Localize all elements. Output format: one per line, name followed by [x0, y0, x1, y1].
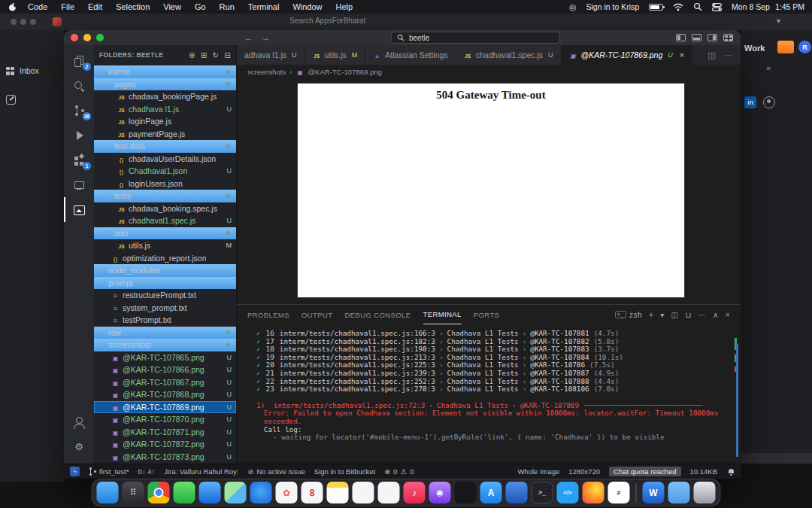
activity-bar-item[interactable] [64, 197, 94, 222]
menu-item[interactable]: File [54, 2, 81, 11]
dock-app-icon[interactable]: </> [557, 482, 579, 503]
nav-forward-icon[interactable]: → [262, 33, 270, 42]
dock-app-icon[interactable] [353, 482, 374, 503]
toggle-panel-icon[interactable] [692, 34, 701, 41]
notifications-bell-icon[interactable] [728, 468, 735, 476]
maximize-panel-icon[interactable]: ∧ [713, 311, 719, 319]
krisp-icon[interactable]: ◎ [569, 2, 576, 11]
person-icon[interactable] [763, 96, 775, 108]
editor-more-actions-icon[interactable]: ⋯ [724, 50, 732, 60]
tree-item[interactable]: ▾ ▸ tests [94, 190, 236, 202]
dock-app-icon[interactable] [378, 482, 400, 503]
spotlight-search-icon[interactable] [693, 2, 702, 11]
collapse-chevrons-icon[interactable]: » [766, 63, 771, 72]
panel-tab[interactable]: PORTS [474, 305, 500, 324]
menu-item[interactable]: Go [188, 2, 213, 11]
bg-close-icon[interactable] [11, 19, 17, 25]
menu-item[interactable]: Help [329, 2, 360, 11]
terminal-output[interactable]: ✓16interm/tests/chadhaval1.spec.js:166:3… [237, 324, 741, 464]
new-folder-icon[interactable]: ⊞ [201, 51, 208, 59]
tree-item[interactable]: ▾ ▸ paymentPage.js [94, 128, 236, 141]
tree-item[interactable]: ▾ ▸ chadhava l1.js U [94, 103, 236, 116]
editor-tab[interactable]: adhava l1.js U × [237, 45, 305, 65]
refresh-icon[interactable]: ↻ [212, 51, 219, 59]
split-editor-icon[interactable]: ◫ [708, 50, 716, 60]
dock-app-icon[interactable] [97, 482, 119, 503]
tree-item[interactable]: ▾ ▸ @KAR-TC-107871.png U [94, 426, 236, 439]
bitbucket-signin[interactable]: Sign in to Bitbucket [314, 467, 375, 476]
nav-back-icon[interactable]: ← [244, 33, 253, 42]
editor-tab[interactable]: utils.js M × [305, 45, 366, 65]
customize-layout-icon[interactable] [723, 34, 733, 41]
terminal-dropdown-icon[interactable]: ▾ [660, 311, 664, 319]
dock-app-icon[interactable] [148, 482, 170, 503]
problems-status[interactable]: ⊗ 0 ⚠ 0 [384, 467, 414, 476]
dock-app-icon[interactable] [199, 482, 221, 503]
dock-app-icon[interactable] [668, 482, 690, 503]
split-terminal-icon[interactable]: ◫ [671, 311, 679, 319]
tree-item[interactable]: ▾ ▸ testPrompt.txt [94, 314, 236, 327]
dock-app-icon[interactable] [694, 482, 716, 503]
collapse-all-icon[interactable]: ⊟ [224, 51, 231, 59]
editor-tab[interactable]: @KAR-TC-107869.png U × [562, 45, 693, 65]
dock-app-icon[interactable]: >_ [532, 482, 553, 503]
panel-tab[interactable]: OUTPUT [301, 305, 332, 324]
bg-search-tab[interactable]: Search AppsForBharat [289, 17, 365, 25]
tree-item[interactable]: ▾ ▸ @KAR-TC-107872.png U [94, 438, 236, 451]
dock-app-icon[interactable]: ⠿ [123, 482, 144, 503]
toggle-primary-sidebar-icon[interactable] [676, 34, 686, 41]
preview-image[interactable]: 504 Gateway Time-out [297, 83, 685, 298]
tree-item[interactable]: ▾ ▸ restructurePrompt.txt [94, 289, 236, 302]
dock-app-icon[interactable]: 8 [301, 482, 323, 503]
settings-button[interactable]: ⚙ [64, 434, 94, 459]
command-center-search[interactable]: beetle [391, 32, 560, 44]
close-tab-icon[interactable]: × [680, 50, 684, 59]
tree-item[interactable]: ▾ ▸ raw [94, 327, 236, 339]
bg-zoom-icon[interactable] [30, 19, 36, 25]
menu-item[interactable]: Code [21, 2, 54, 11]
new-file-icon[interactable]: ⊕ [189, 51, 195, 59]
tree-item[interactable]: ▾ ▸ @KAR-TC-107868.png U [94, 388, 236, 401]
dock-app-icon[interactable] [455, 482, 477, 503]
breadcrumb-file[interactable]: @KAR-TC-107869.png [308, 68, 381, 76]
toggle-secondary-sidebar-icon[interactable] [707, 34, 717, 41]
activity-bar-item[interactable] [64, 73, 94, 98]
tree-item[interactable]: ▾ ▸ @KAR-TC-107869.png U [94, 401, 236, 414]
menu-bar-clock[interactable]: Mon 8 Sep 1:45 PM [732, 2, 804, 11]
dock-app-icon[interactable]: ✿ [276, 482, 298, 503]
krisp-signin[interactable]: Sign in to Krisp [586, 2, 639, 11]
compose-icon[interactable] [6, 95, 16, 105]
editor-tab[interactable]: chadhaval1.spec.js U × [456, 45, 562, 65]
tree-item[interactable]: ▾ ▸ chadhaval1.spec.js U [94, 214, 236, 227]
more-actions-icon[interactable]: ⋯ [698, 311, 706, 319]
status-bar-item[interactable]: 1280x720 [568, 467, 600, 476]
dock-app-icon[interactable]: W [643, 482, 665, 503]
menu-item[interactable]: Run [213, 2, 241, 11]
panel-tab[interactable]: DEBUG CONSOLE [344, 305, 411, 324]
kill-terminal-icon[interactable]: ⊔ [685, 311, 691, 319]
tree-item[interactable]: ▾ ▸ chadava_booking.spec.js [94, 202, 236, 215]
dock-app-icon[interactable] [225, 482, 247, 503]
menu-item[interactable]: Terminal [241, 2, 286, 11]
account-button[interactable] [64, 409, 94, 434]
tree-item[interactable]: ▾ ▸ utils.js M [94, 239, 236, 252]
terminal-scrollbar[interactable] [734, 329, 738, 461]
tree-item[interactable]: ▾ ▸ @KAR-TC-107866.png U [94, 364, 236, 376]
scrollbar-thumb[interactable] [736, 344, 738, 457]
status-bar-item[interactable]: 10.14KB [690, 467, 717, 476]
vscode-title-bar[interactable]: ← → beetle [64, 30, 741, 45]
git-branch-status[interactable]: first_test* [89, 467, 129, 476]
bg-chevron-down-icon[interactable]: ▾ [777, 17, 780, 25]
activity-bar-item[interactable]: 36 [64, 98, 94, 123]
dock-app-icon[interactable]: A [480, 482, 502, 503]
menu-item[interactable]: Edit [81, 2, 109, 11]
breadcrumb-folder[interactable]: screenshots [247, 68, 286, 76]
minimize-window-icon[interactable] [83, 34, 91, 41]
tree-item[interactable]: ▾ ▸ screenshots [94, 339, 236, 351]
dock-app-icon[interactable] [327, 482, 349, 503]
activity-bar-item[interactable]: 2 [64, 48, 94, 73]
wifi-icon[interactable] [673, 3, 683, 11]
tree-item[interactable]: ▾ ▸ node_modules [94, 264, 236, 277]
tree-item[interactable]: ▾ ▸ @KAR-TC-107867.png U [94, 376, 236, 389]
menu-item[interactable]: Selection [109, 2, 156, 11]
